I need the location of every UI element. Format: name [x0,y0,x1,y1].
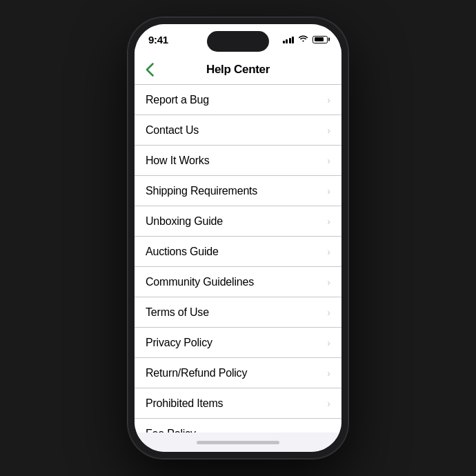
chevron-right-icon: › [327,368,330,379]
menu-item-label-prohibited-items: Prohibited Items [146,397,223,410]
menu-item-shipping-requirements[interactable]: Shipping Requirements› [135,176,341,206]
menu-item-label-how-it-works: How It Works [146,155,209,167]
menu-item-contact-us[interactable]: Contact Us› [135,115,341,146]
menu-item-label-community-guidelines: Community Guidelines [146,276,254,288]
menu-item-fee-policy[interactable]: Fee Policy› [135,419,341,433]
chevron-right-icon: › [327,155,330,166]
chevron-right-icon: › [327,398,330,409]
chevron-right-icon: › [327,277,330,288]
status-icons [283,34,328,44]
menu-item-terms-of-use[interactable]: Terms of Use› [135,297,341,328]
wifi-icon [298,34,308,44]
status-bar: 9:41 [135,24,341,54]
menu-item-label-terms-of-use: Terms of Use [146,306,209,319]
menu-item-label-return-refund-policy: Return/Refund Policy [146,367,247,379]
nav-title: Help Center [206,63,270,77]
chevron-right-icon: › [327,216,330,227]
chevron-right-icon: › [327,246,330,257]
menu-item-label-fee-policy: Fee Policy [146,428,196,433]
menu-item-return-refund-policy[interactable]: Return/Refund Policy› [135,358,341,388]
chevron-right-icon: › [327,337,330,348]
phone-screen: 9:41 [135,24,341,452]
menu-item-community-guidelines[interactable]: Community Guidelines› [135,267,341,297]
menu-item-label-report-bug: Report a Bug [146,94,209,106]
dynamic-island [207,31,269,52]
menu-item-label-contact-us: Contact Us [146,124,199,137]
chevron-right-icon: › [327,186,330,197]
home-indicator [135,433,341,452]
menu-item-label-unboxing-guide: Unboxing Guide [146,215,223,228]
chevron-right-icon: › [327,307,330,318]
menu-item-prohibited-items[interactable]: Prohibited Items› [135,388,341,419]
menu-item-how-it-works[interactable]: How It Works› [135,146,341,176]
menu-item-privacy-policy[interactable]: Privacy Policy› [135,328,341,358]
chevron-right-icon: › [327,95,330,106]
battery-icon [313,36,328,43]
signal-icon [283,36,295,43]
back-button[interactable] [146,63,154,77]
nav-bar: Help Center [135,54,341,85]
menu-item-label-auctions-guide: Auctions Guide [146,246,219,258]
menu-list: Report a Bug›Contact Us›How It Works›Shi… [135,85,341,433]
menu-item-label-shipping-requirements: Shipping Requirements [146,185,257,197]
menu-item-auctions-guide[interactable]: Auctions Guide› [135,237,341,267]
menu-item-unboxing-guide[interactable]: Unboxing Guide› [135,206,341,237]
home-bar [197,441,279,444]
phone-device: 9:41 [128,17,348,459]
menu-item-report-bug[interactable]: Report a Bug› [135,85,341,115]
content-area: Report a Bug›Contact Us›How It Works›Shi… [135,85,341,433]
chevron-right-icon: › [327,125,330,136]
status-time: 9:41 [148,34,168,46]
menu-item-label-privacy-policy: Privacy Policy [146,337,212,349]
